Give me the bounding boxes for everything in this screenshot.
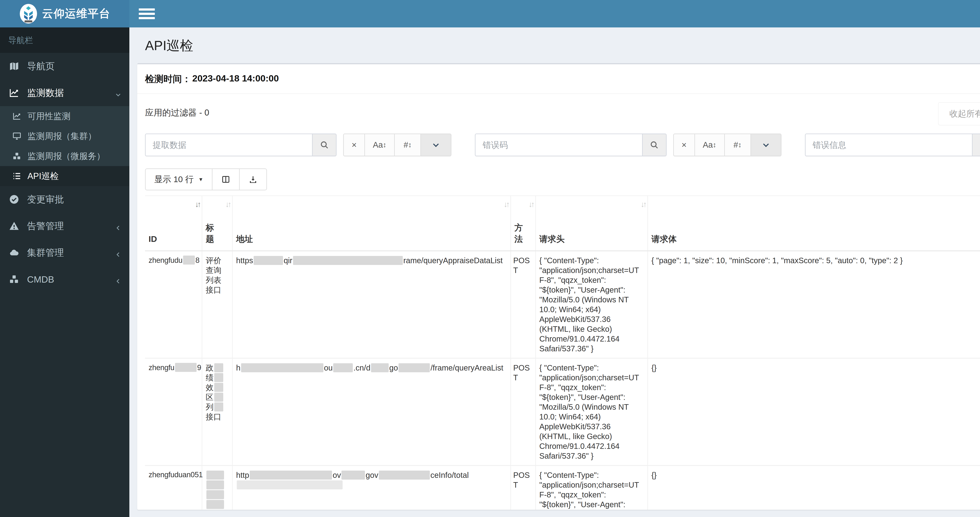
redacted-text — [175, 363, 197, 372]
cell-request-headers: { "Content-Type": "application/json;char… — [536, 358, 648, 466]
sidebar-submenu-monitor-data: 可用性监测 监测周报（集群） 监测周报（微服务） API巡检 — [0, 106, 129, 186]
redacted-text — [183, 255, 195, 265]
chevron-left-icon — [115, 276, 121, 282]
column-visibility-button[interactable] — [212, 169, 240, 190]
table-row: zhengfudu8评价查询列表接口httpsqirrame/queryAppr… — [145, 251, 980, 358]
filter-group-error-message: × Aa↕ #↕ — [805, 133, 980, 156]
chevron-left-icon — [115, 223, 121, 229]
cell-request-headers: { "Content-Type": "application/json;char… — [536, 466, 648, 510]
redacted-text — [371, 363, 389, 372]
cell-id: zhengfu9 — [145, 358, 202, 466]
sidebar-item-availability-monitor[interactable]: 可用性监测 — [0, 106, 129, 126]
filter-dropdown-button[interactable] — [751, 134, 781, 156]
filter-dropdown-button[interactable] — [421, 134, 451, 156]
line-chart-icon — [12, 111, 22, 121]
table-row: zhengfuduan051接httpovgovceInfo/totalPOST… — [145, 466, 980, 510]
cell-request-body: {} — [648, 466, 980, 510]
sidebar-item-api-inspection[interactable]: API巡检 — [0, 166, 129, 186]
redacted-text — [207, 471, 224, 480]
table-row: zhengfu9政绩效区列接口hou.cn/dgo/frame/queryAre… — [145, 358, 980, 466]
chevron-left-icon — [115, 249, 121, 256]
cell-method: POST — [511, 251, 536, 358]
cell-method: POST — [511, 358, 536, 466]
cell-address: httpovgovceInfo/total — [232, 466, 511, 510]
applied-filters-label: 应用的过滤器 - 0 — [145, 102, 209, 119]
sort-icon[interactable]: ↓↑ — [195, 200, 200, 209]
error-message-filter-input[interactable] — [805, 134, 972, 156]
brand-title: 云仰运维平台 — [42, 6, 110, 21]
redacted-text — [293, 256, 403, 265]
detection-time-row: 检测时间： 2023-04-18 14:00:00 — [137, 64, 980, 94]
page-length-button[interactable]: 显示 10 行▼ — [146, 169, 212, 190]
search-icon[interactable] — [972, 134, 980, 156]
redacted-text — [214, 403, 223, 411]
cell-title: 政绩效区列接口 — [202, 358, 232, 466]
sidebar-section-label: 导航栏 — [0, 27, 129, 53]
redacted-text — [398, 363, 430, 372]
clear-filter-button[interactable]: × — [344, 134, 365, 156]
filter-group-error-code: × Aa↕ #↕ — [475, 133, 781, 156]
redacted-text — [379, 471, 430, 480]
sidebar-item-weekly-report-microservice[interactable]: 监测周报（微服务） — [0, 146, 129, 166]
sidebar-item-monitor-data[interactable]: 监测数据 — [0, 79, 129, 106]
sidebar-item-navigation-page[interactable]: 导航页 — [0, 53, 129, 79]
cell-request-body: {} — [648, 358, 980, 466]
content-card: 检测时间： 2023-04-18 14:00:00 应用的过滤器 - 0 收起所… — [137, 63, 980, 510]
redacted-text — [214, 363, 223, 372]
clear-filter-button[interactable]: × — [674, 134, 695, 156]
numeric-sort-button[interactable]: #↕ — [395, 134, 421, 156]
cell-id: zhengfuduan051 — [145, 466, 202, 510]
app-logo[interactable]: 云仰运维平台 — [0, 0, 129, 27]
brand-logo-icon — [19, 3, 38, 24]
sort-icon[interactable]: ↓↑ — [225, 200, 230, 209]
redacted-text — [214, 383, 223, 392]
filter-group-extract-data: × Aa↕ #↕ — [145, 133, 452, 156]
redacted-text — [214, 393, 223, 402]
col-header-id[interactable]: ID↓↑ — [145, 196, 202, 251]
col-header-method[interactable]: 方 法↓↑ — [511, 196, 536, 251]
sort-icon[interactable]: ↓↑ — [504, 200, 508, 209]
line-chart-icon — [9, 87, 20, 98]
search-icon[interactable] — [642, 134, 666, 156]
sidebar-toggle-icon[interactable] — [139, 6, 155, 22]
cubes-icon — [9, 274, 20, 285]
sidebar-item-cluster-management[interactable]: 集群管理 — [0, 239, 129, 266]
check-circle-icon — [9, 194, 20, 205]
cloud-icon — [9, 247, 20, 258]
extract-data-filter-input[interactable] — [146, 134, 312, 156]
table-header-row: ID↓↑ 标 题↓↑ 地址↓↑ 方 法↓↑ 请求头↓↑ 请求体↓↑ 提取 数据↓… — [145, 196, 980, 251]
text-sort-button[interactable]: Aa↕ — [695, 134, 725, 156]
cell-method: POST — [511, 466, 536, 510]
sidebar-item-weekly-report-cluster[interactable]: 监测周报（集群） — [0, 126, 129, 146]
cell-id: zhengfudu8 — [145, 251, 202, 358]
redacted-text — [207, 490, 224, 499]
cell-address: hou.cn/dgo/frame/queryAreaList — [232, 358, 511, 466]
col-header-request-body[interactable]: 请求体↓↑ — [648, 196, 980, 251]
redacted-text — [341, 471, 365, 480]
search-icon[interactable] — [312, 134, 336, 156]
sidebar-item-alarm-management[interactable]: 告警管理 — [0, 213, 129, 239]
numeric-sort-button[interactable]: #↕ — [725, 134, 751, 156]
redacted-text — [214, 373, 223, 382]
collapse-all-button[interactable]: 收起所有 — [938, 102, 980, 125]
col-header-title[interactable]: 标 题↓↑ — [202, 196, 232, 251]
redacted-text — [250, 471, 332, 480]
sort-icon[interactable]: ↓↑ — [641, 200, 646, 209]
text-sort-button[interactable]: Aa↕ — [365, 134, 395, 156]
sidebar-item-change-approval[interactable]: 变更审批 — [0, 186, 129, 213]
sort-icon[interactable]: ↓↑ — [528, 200, 533, 209]
page-title: API巡检 — [145, 37, 193, 55]
download-button[interactable] — [240, 169, 266, 190]
col-header-address[interactable]: 地址↓↑ — [232, 196, 511, 251]
col-header-request-headers[interactable]: 请求头↓↑ — [536, 196, 648, 251]
redacted-text — [241, 363, 323, 372]
sidebar: 导航栏 导航页 监测数据 可用性监测 — [0, 27, 129, 517]
cubes-icon — [12, 151, 22, 161]
redacted-text — [237, 481, 343, 489]
topnav: 管理员：洪聪 — [129, 0, 980, 27]
error-code-filter-input[interactable] — [476, 134, 642, 156]
cell-address: httpsqirrame/queryAppraiseDataList — [232, 251, 511, 358]
caret-down-icon: ▼ — [198, 176, 204, 182]
sidebar-item-cmdb[interactable]: CMDB — [0, 266, 129, 293]
detection-time-value: 2023-04-18 14:00:00 — [192, 73, 279, 85]
